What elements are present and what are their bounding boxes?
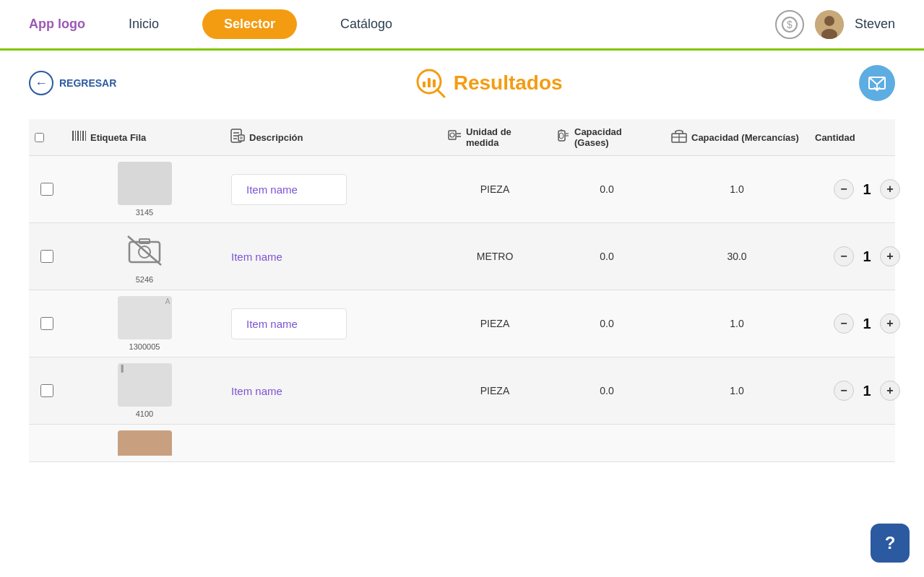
qty-plus-0[interactable]: + (880, 179, 900, 199)
image-label-0: 3145 (136, 208, 153, 217)
row-merch-0: 1.0 (665, 183, 809, 195)
row-qty-0: − 1 + (809, 179, 924, 199)
th-etiqueta-label: Etiqueta Fila (90, 132, 146, 143)
th-gases-label: Capacidad (Gases) (574, 126, 659, 148)
svg-line-38 (128, 236, 161, 265)
user-avatar[interactable] (815, 10, 844, 39)
row-qty-2: − 1 + (809, 313, 924, 334)
row-qty-1: − 1 + (809, 246, 924, 266)
svg-point-3 (824, 16, 834, 26)
back-circle: ← (29, 71, 53, 95)
row-unit-0: PIEZA (441, 183, 549, 195)
table-row: 5246 Item name METRO 0.0 30.0 − 1 + (29, 223, 895, 290)
th-cantidad: Cantidad (809, 132, 924, 143)
row-name-2[interactable]: Item name (224, 308, 441, 339)
merch-icon (670, 128, 688, 147)
checkbox-1[interactable] (40, 250, 53, 263)
qty-minus-2[interactable]: − (834, 313, 854, 334)
row-name-1[interactable]: Item name (224, 251, 441, 263)
image-label-1: 5246 (136, 275, 153, 284)
qty-minus-3[interactable]: − (834, 381, 854, 401)
gas-icon (555, 128, 571, 147)
svg-line-6 (437, 90, 444, 97)
item-name-box-2[interactable]: Item name (231, 308, 347, 339)
svg-rect-15 (80, 131, 81, 141)
table-row: A 1300005 Item name PIEZA 0.0 1.0 − 1 + (29, 290, 895, 357)
back-button[interactable]: ← REGRESAR (29, 71, 116, 95)
svg-point-26 (450, 133, 454, 137)
image-label-2: 1300005 (129, 342, 160, 351)
no-camera-icon (126, 235, 163, 266)
nav-left: App logo Inicio Selector Catálogo (29, 9, 392, 39)
svg-text:$: $ (787, 19, 793, 30)
help-button[interactable]: ? (871, 524, 910, 563)
select-all-checkbox[interactable] (35, 133, 44, 142)
item-name-3[interactable]: Item name (231, 385, 282, 397)
th-descripcion: Descripción (224, 128, 441, 147)
th-mercancias-label: Capacidad (Mercancías) (691, 132, 799, 143)
barcode-icon (71, 128, 87, 147)
email-icon (868, 74, 886, 92)
row-checkbox-2[interactable] (29, 317, 65, 330)
image-label-3: 4100 (136, 409, 153, 418)
username: Steven (855, 17, 895, 32)
row-merch-3: 1.0 (665, 385, 809, 396)
row-checkbox-0[interactable] (29, 183, 65, 196)
description-icon (230, 128, 246, 147)
row-image-4 (65, 425, 224, 461)
table-row: 3145 Item name PIEZA 0.0 1.0 − 1 + (29, 156, 895, 223)
nav-right: $ Steven (775, 10, 895, 39)
qty-plus-3[interactable]: + (880, 381, 900, 401)
row-unit-3: PIEZA (441, 385, 549, 396)
svg-rect-14 (77, 131, 79, 141)
toolbar: ← REGRESAR Resultados (29, 65, 895, 101)
table-row-partial (29, 425, 895, 462)
table: Etiqueta Fila Descripción (29, 119, 895, 462)
image-placeholder-0 (118, 162, 172, 205)
row-unit-2: PIEZA (441, 318, 549, 329)
row-image-1: 5246 (65, 223, 224, 290)
th-gases: Capacidad (Gases) (549, 126, 665, 148)
checkbox-2[interactable] (40, 317, 53, 330)
row-checkbox-1[interactable] (29, 250, 65, 263)
qty-value-0: 1 (860, 181, 874, 198)
dollar-icon[interactable]: $ (775, 10, 804, 39)
qty-value-1: 1 (860, 248, 874, 265)
main-content: ← REGRESAR Resultados (0, 51, 924, 477)
checkbox-0[interactable] (40, 183, 53, 196)
app-logo[interactable]: App logo (29, 17, 85, 32)
svg-rect-7 (423, 82, 426, 87)
row-qty-3: − 1 + (809, 381, 924, 401)
item-name-1[interactable]: Item name (231, 251, 282, 263)
results-text: Resultados (454, 71, 563, 95)
row-gas-2: 0.0 (549, 318, 665, 329)
row-unit-1: METRO (441, 251, 549, 262)
navbar: App logo Inicio Selector Catálogo $ Stev… (0, 0, 924, 51)
qty-minus-0[interactable]: − (834, 179, 854, 199)
row-checkbox-3[interactable] (29, 384, 65, 397)
back-label: REGRESAR (59, 77, 116, 89)
svg-rect-22 (238, 135, 244, 141)
unit-icon (446, 128, 462, 147)
item-name-box-0[interactable]: Item name (231, 174, 347, 205)
help-label: ? (885, 533, 896, 553)
nav-inicio[interactable]: Inicio (129, 17, 159, 32)
row-merch-1: 30.0 (665, 251, 809, 262)
email-button[interactable] (859, 65, 895, 101)
qty-plus-2[interactable]: + (880, 313, 900, 334)
row-name-0[interactable]: Item name (224, 174, 441, 205)
row-name-3[interactable]: Item name (224, 385, 441, 397)
results-title: Resultados (413, 66, 563, 100)
image-placeholder-3: ▐ (118, 363, 172, 407)
avatar-svg (815, 10, 844, 39)
checkbox-3[interactable] (40, 384, 53, 397)
svg-rect-16 (82, 131, 84, 141)
table-header: Etiqueta Fila Descripción (29, 119, 895, 156)
svg-point-31 (559, 133, 564, 139)
th-checkbox (29, 133, 65, 142)
nav-catalogo[interactable]: Catálogo (340, 17, 392, 32)
nav-selector[interactable]: Selector (202, 9, 297, 39)
row-gas-0: 0.0 (549, 183, 665, 195)
qty-minus-1[interactable]: − (834, 246, 854, 266)
qty-plus-1[interactable]: + (880, 246, 900, 266)
